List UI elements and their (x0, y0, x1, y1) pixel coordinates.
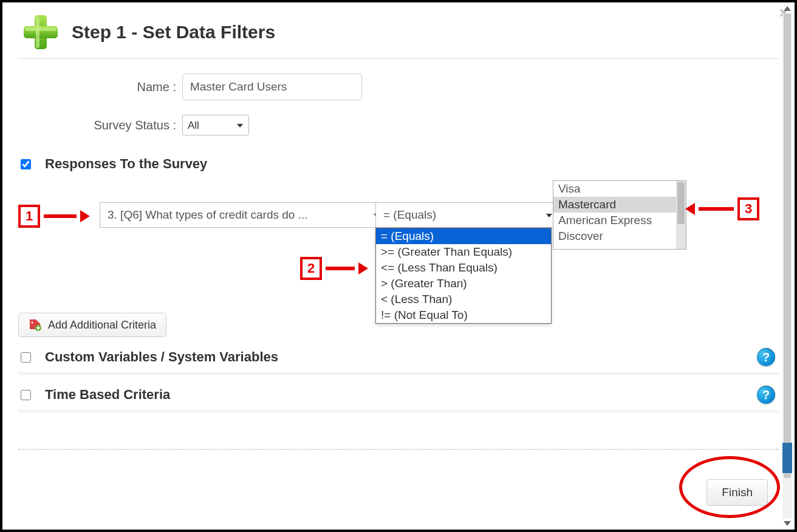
help-icon[interactable]: ? (757, 386, 775, 404)
operator-dropdown[interactable]: = (Equals) >= (Greater Than Equals) <= (… (375, 228, 552, 324)
value-option[interactable]: Mastercard (553, 197, 686, 213)
time-based-label: Time Based Criteria (45, 387, 170, 403)
plus-icon (18, 13, 63, 51)
callout-3-arrow-head-icon (685, 203, 695, 215)
callout-2-arrow-line (326, 267, 355, 270)
callout-1-arrow-line (44, 214, 77, 218)
add-additional-criteria-label: Add Additional Criteria (48, 319, 156, 332)
responses-section-title: Responses To the Survey (45, 156, 207, 172)
scroll-track-accent (782, 443, 792, 473)
operator-option[interactable]: > (Greater Than) (376, 276, 551, 292)
callout-2: 2 (300, 257, 368, 280)
question-select-text: 3. [Q6] What types of credit cards do ..… (108, 208, 307, 222)
scroll-thumb[interactable] (784, 13, 791, 478)
svg-rect-3 (25, 27, 56, 31)
survey-status-label: Survey Status : (18, 118, 176, 132)
operator-option[interactable]: >= (Greater Than Equals) (376, 244, 551, 260)
custom-variables-checkbox[interactable] (21, 352, 31, 363)
survey-status-select[interactable]: All (182, 115, 249, 135)
responses-section-header: Responses To the Survey (18, 156, 779, 172)
question-select[interactable]: 3. [Q6] What types of credit cards do ..… (100, 202, 386, 228)
value-option[interactable]: Discover (553, 228, 686, 244)
survey-status-select-wrap: All (182, 115, 249, 135)
value-option[interactable]: American Express (553, 213, 686, 228)
value-listbox[interactable]: Visa Mastercard American Express Discove… (553, 180, 686, 250)
time-based-row: Time Based Criteria ? (18, 380, 779, 412)
scroll-up-arrow-icon[interactable] (784, 6, 791, 11)
custom-variables-label: Custom Variables / System Variables (45, 349, 278, 365)
scroll-track[interactable] (782, 13, 792, 519)
listbox-scroll-thumb[interactable] (677, 182, 685, 224)
vertical-scrollbar[interactable] (782, 6, 792, 526)
callout-3-box: 3 (737, 197, 759, 220)
callout-2-arrow-head-icon (358, 262, 368, 275)
callout-1-box: 1 (18, 205, 40, 228)
callout-3-arrow-line (699, 207, 734, 211)
name-input[interactable] (182, 73, 362, 100)
survey-status-row: Survey Status : All (18, 115, 779, 135)
operator-option[interactable]: != (Not Equal To) (376, 307, 551, 323)
operator-select-text: = (Equals) (383, 208, 436, 222)
tag-add-icon (29, 318, 42, 332)
svg-rect-2 (36, 16, 39, 48)
add-additional-criteria-button[interactable]: Add Additional Criteria (18, 313, 166, 337)
callout-3: 3 (685, 197, 759, 220)
finish-button[interactable]: Finish (706, 479, 768, 506)
scroll-down-arrow-icon[interactable] (784, 521, 791, 526)
responses-checkbox[interactable] (21, 159, 31, 169)
criteria-area: 1 3. [Q6] What types of credit cards do … (18, 179, 779, 313)
operator-option[interactable]: < (Less Than) (376, 292, 551, 307)
name-row: Name : (18, 73, 779, 100)
svg-rect-7 (36, 327, 41, 329)
value-option[interactable]: Visa (553, 181, 686, 197)
callout-1: 1 (18, 205, 90, 228)
custom-variables-row: Custom Variables / System Variables ? (18, 342, 779, 375)
dialog-frame: × (0, 0, 797, 532)
operator-option[interactable]: <= (Less Than Equals) (376, 260, 551, 276)
time-based-checkbox[interactable] (21, 390, 31, 400)
svg-point-4 (32, 322, 33, 324)
operator-option[interactable]: = (Equals) (376, 228, 551, 244)
listbox-scrollbar[interactable] (676, 181, 686, 249)
name-label: Name : (18, 80, 176, 94)
help-icon[interactable]: ? (757, 348, 775, 366)
dialog-title: Step 1 - Set Data Filters (72, 22, 275, 43)
dialog-header: Step 1 - Set Data Filters (18, 13, 779, 59)
operator-select[interactable]: = (Equals) (375, 202, 559, 228)
callout-2-box: 2 (300, 257, 322, 280)
callout-1-arrow-head-icon (80, 210, 90, 222)
finish-area: Finish (18, 450, 779, 517)
